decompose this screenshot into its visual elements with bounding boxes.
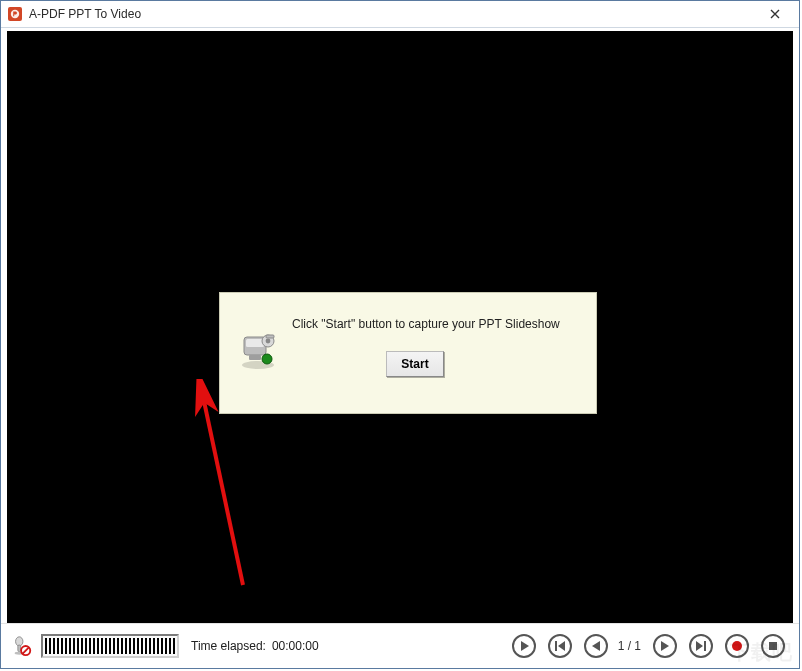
first-button[interactable] bbox=[546, 632, 574, 660]
instruction-text: Click "Start" button to capture your PPT… bbox=[292, 317, 560, 331]
last-button[interactable] bbox=[687, 632, 715, 660]
time-elapsed-label: Time elapsed: bbox=[191, 639, 266, 653]
powerpoint-icon bbox=[7, 6, 23, 22]
svg-point-30 bbox=[732, 641, 742, 651]
svg-rect-8 bbox=[249, 355, 261, 360]
preview-area: Click "Start" button to capture your PPT… bbox=[7, 31, 793, 623]
svg-line-16 bbox=[22, 647, 28, 653]
svg-marker-21 bbox=[558, 641, 565, 651]
app-window: A-PDF PPT To Video bbox=[0, 0, 800, 669]
start-dialog: Click "Start" button to capture your PPT… bbox=[219, 292, 597, 414]
play-button[interactable] bbox=[510, 632, 538, 660]
microphone-icon bbox=[11, 634, 33, 658]
time-elapsed-value: 00:00:00 bbox=[272, 639, 319, 653]
stop-button[interactable] bbox=[759, 632, 787, 660]
svg-marker-23 bbox=[592, 641, 600, 651]
svg-rect-28 bbox=[704, 641, 706, 651]
audio-level-meter bbox=[41, 634, 179, 658]
previous-button[interactable] bbox=[582, 632, 610, 660]
svg-line-11 bbox=[201, 387, 243, 585]
page-counter: 1 / 1 bbox=[618, 639, 641, 653]
svg-marker-18 bbox=[521, 641, 529, 651]
titlebar: A-PDF PPT To Video bbox=[1, 1, 799, 28]
close-button[interactable] bbox=[755, 3, 795, 25]
svg-marker-25 bbox=[661, 641, 669, 651]
svg-point-9 bbox=[262, 354, 272, 364]
svg-marker-27 bbox=[696, 641, 703, 651]
status-bar: Time elapsed: 00:00:00 1 / 1 bbox=[1, 623, 799, 668]
svg-point-6 bbox=[266, 339, 271, 344]
svg-rect-4 bbox=[246, 339, 264, 347]
svg-rect-20 bbox=[555, 641, 557, 651]
svg-rect-32 bbox=[769, 642, 777, 650]
window-title: A-PDF PPT To Video bbox=[29, 7, 141, 21]
next-button[interactable] bbox=[651, 632, 679, 660]
start-button[interactable]: Start bbox=[386, 351, 444, 377]
camera-icon bbox=[234, 323, 282, 374]
svg-rect-7 bbox=[266, 335, 274, 338]
record-button[interactable] bbox=[723, 632, 751, 660]
